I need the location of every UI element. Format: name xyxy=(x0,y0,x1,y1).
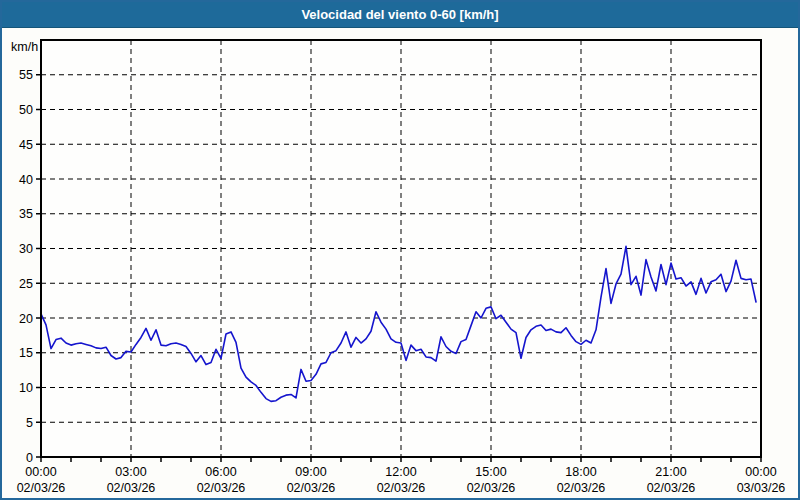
y-tick-label: 0 xyxy=(26,451,33,465)
y-tick-label: 10 xyxy=(19,381,33,395)
x-tick-date-label: 02/03/26 xyxy=(197,481,246,495)
x-tick-date-label: 03/03/26 xyxy=(737,481,786,495)
y-tick-label: 30 xyxy=(19,242,33,256)
y-tick-label: 20 xyxy=(19,312,33,326)
y-tick-label: 15 xyxy=(19,346,33,360)
x-tick-date-label: 02/03/26 xyxy=(557,481,606,495)
chart-window: Velocidad del viento 0-60 [km/h] 0510152… xyxy=(0,0,800,500)
x-tick-time-label: 03:00 xyxy=(115,465,146,479)
x-tick-time-label: 18:00 xyxy=(565,465,596,479)
x-tick-date-label: 02/03/26 xyxy=(107,481,156,495)
x-tick-date-label: 02/03/26 xyxy=(287,481,336,495)
x-tick-date-label: 02/03/26 xyxy=(647,481,696,495)
x-tick-time-label: 15:00 xyxy=(475,465,506,479)
x-tick-time-label: 06:00 xyxy=(205,465,236,479)
y-tick-label: 35 xyxy=(19,207,33,221)
y-tick-label: 50 xyxy=(19,103,33,117)
x-tick-time-label: 00:00 xyxy=(25,465,56,479)
x-tick-time-label: 12:00 xyxy=(385,465,416,479)
wind-speed-chart: 051015202530354045505500:0002/03/2603:00… xyxy=(0,0,800,500)
x-tick-date-label: 02/03/26 xyxy=(377,481,426,495)
x-tick-time-label: 09:00 xyxy=(295,465,326,479)
x-tick-date-label: 02/03/26 xyxy=(467,481,516,495)
y-tick-label: 25 xyxy=(19,277,33,291)
x-tick-date-label: 02/03/26 xyxy=(17,481,66,495)
y-tick-label: 5 xyxy=(26,416,33,430)
y-tick-label: 45 xyxy=(19,138,33,152)
y-axis-unit-label: km/h xyxy=(11,40,38,54)
y-tick-label: 40 xyxy=(19,173,33,187)
y-tick-label: 55 xyxy=(19,68,33,82)
x-tick-time-label: 00:00 xyxy=(745,465,776,479)
x-tick-time-label: 21:00 xyxy=(655,465,686,479)
